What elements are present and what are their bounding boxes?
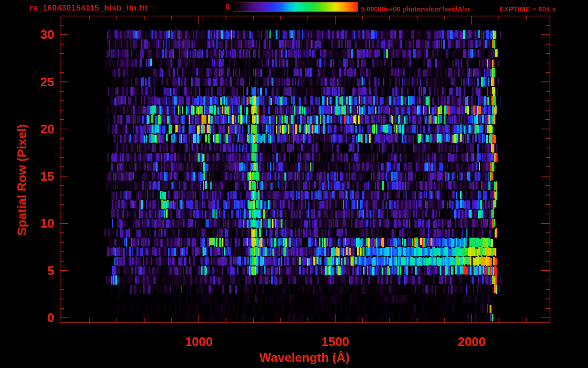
- y-tick-label: 30: [0, 27, 54, 42]
- y-tick-label: 0: [0, 310, 54, 325]
- x-axis-title: Wavelength (Å): [194, 350, 415, 365]
- y-tick-label: 25: [0, 75, 54, 90]
- colorbar-max-label: 5.00000e+06 photons/cm²/sec/A/sr: [361, 5, 470, 13]
- exposure-time-label: EXPTIME = 604 s: [499, 5, 556, 13]
- spectral-heatmap: [60, 16, 550, 322]
- file-title: ra_160430154115_hisb_lin.fit: [30, 3, 148, 13]
- x-tick-label: 1000: [170, 334, 227, 349]
- y-tick-label: 5: [0, 264, 54, 278]
- x-tick-label: 1500: [306, 334, 364, 349]
- x-tick-label: 2000: [443, 334, 500, 349]
- colorbar-min-label: 0: [192, 3, 230, 12]
- spectral-image-figure: ra_160430154115_hisb_lin.fit 0 5.00000e+…: [0, 0, 588, 368]
- colorbar-gradient: [233, 2, 358, 12]
- y-axis-title: Spatial Row (Pixel): [15, 108, 30, 252]
